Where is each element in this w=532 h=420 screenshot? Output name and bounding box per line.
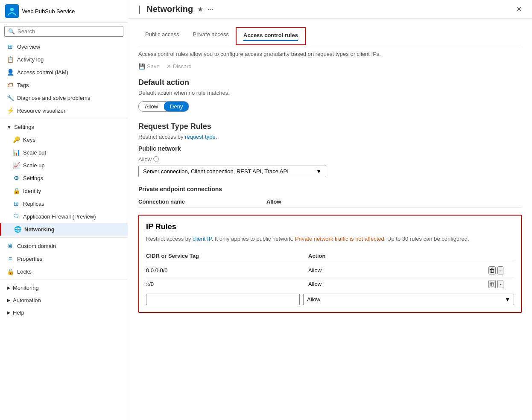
properties-icon: ≡ <box>7 255 14 262</box>
default-action-toggle: Allow Deny <box>138 101 189 112</box>
col-action-header: Action <box>308 253 488 259</box>
toggle-deny-button[interactable]: Deny <box>164 102 189 111</box>
tabs-container: Public access Private access Access cont… <box>138 27 522 45</box>
ip-table-header: CIDR or Service Tag Action <box>146 250 514 262</box>
sidebar-item-label: Diagnose and solve problems <box>17 95 90 101</box>
ip-row-actions: 🗑 ··· <box>488 280 514 288</box>
sidebar-item-label: Properties <box>17 256 42 262</box>
ip-action-select[interactable]: Allow ▼ <box>303 294 514 305</box>
default-action-title: Default action <box>138 78 522 87</box>
sidebar-item-resource-visualizer[interactable]: ⚡ Resource visualizer <box>0 104 128 117</box>
sidebar-nav: ⊞ Overview 📋 Activity log 👤 Access contr… <box>0 40 128 420</box>
settings-section-header[interactable]: ▼ Settings <box>0 121 128 133</box>
sidebar-item-scale-out[interactable]: 📊 Scale out <box>0 146 128 159</box>
sidebar-item-properties[interactable]: ≡ Properties <box>0 252 128 265</box>
sidebar-item-access-control[interactable]: 👤 Access control (IAM) <box>0 66 128 79</box>
search-input[interactable] <box>18 28 120 35</box>
sidebar-item-label: Resource visualizer <box>17 108 65 114</box>
service-logo <box>5 4 19 18</box>
more-row-button[interactable]: ··· <box>497 280 504 288</box>
col-allow-header: Allow <box>266 198 522 205</box>
pipe-separator: | <box>138 4 140 14</box>
sidebar-item-activity-log[interactable]: 📋 Activity log <box>0 53 128 66</box>
tab-public-access[interactable]: Public access <box>138 27 186 45</box>
client-ip-link[interactable]: client IP <box>193 236 212 242</box>
keys-icon: 🔑 <box>13 136 20 143</box>
diagnose-icon: 🔧 <box>7 94 14 101</box>
chevron-right-icon: ▶ <box>7 285 10 291</box>
close-icon[interactable]: ✕ <box>516 5 522 13</box>
settings-icon: ⚙ <box>13 175 20 181</box>
sidebar-item-help[interactable]: ▶ Help <box>0 306 128 319</box>
star-icon[interactable]: ★ <box>197 5 203 13</box>
sidebar-item-label: Custom domain <box>17 243 56 249</box>
sidebar-item-app-firewall[interactable]: 🛡 Application Firewall (Preview) <box>0 210 128 223</box>
sidebar-item-scale-up[interactable]: 📈 Scale up <box>0 159 128 172</box>
request-type-rules-desc: Restrict access by request type. <box>138 134 522 140</box>
ip-rules-section: IP Rules Restrict access by client IP. I… <box>138 215 522 313</box>
sidebar-item-custom-domain[interactable]: 🖥 Custom domain <box>0 239 128 252</box>
sidebar-item-tags[interactable]: 🏷 Tags <box>0 79 128 91</box>
ip-action-value: Allow <box>308 267 488 274</box>
table-row: ::/0 Allow 🗑 ··· <box>146 277 514 291</box>
tab-access-control-rules[interactable]: Access control rules <box>236 27 306 45</box>
sidebar-item-automation[interactable]: ▶ Automation <box>0 294 128 306</box>
public-network-label: Public network <box>138 145 522 152</box>
save-icon: 💾 <box>138 63 145 70</box>
ip-cidr-input[interactable] <box>146 294 300 305</box>
request-type-dropdown[interactable]: Server connection, Client connection, RE… <box>138 166 326 177</box>
page-title: Networking <box>146 4 193 14</box>
sidebar-item-label: Keys <box>23 137 35 143</box>
chevron-right-icon3: ▶ <box>7 310 10 315</box>
discard-button[interactable]: ✕ Discard <box>167 63 192 70</box>
ip-action-default: Allow <box>307 296 320 303</box>
sidebar-item-networking[interactable]: 🌐 Networking <box>0 223 128 236</box>
service-title: Web PubSub Service <box>22 8 75 15</box>
col-connection-name: Connection name <box>138 198 266 205</box>
networking-icon: 🌐 <box>14 226 21 233</box>
private-network-link[interactable]: Private network traffic is not affected <box>295 236 384 242</box>
page-description: Access control rules allow you to config… <box>138 50 522 58</box>
col-cidr-header: CIDR or Service Tag <box>146 253 308 259</box>
sidebar-header: Web PubSub Service <box>0 0 128 23</box>
tab-private-access[interactable]: Private access <box>186 27 236 45</box>
sidebar-item-label: Locks <box>17 268 32 275</box>
locks-icon: 🔒 <box>7 268 14 275</box>
svg-point-2 <box>8 14 9 15</box>
search-icon: 🔍 <box>8 28 15 35</box>
sidebar-item-label: Settings <box>23 175 43 181</box>
svg-point-1 <box>10 8 14 11</box>
save-button[interactable]: 💾 Save <box>138 63 160 70</box>
settings-section-label: Settings <box>14 124 34 130</box>
dropdown-value: Server connection, Client connection, RE… <box>143 168 289 175</box>
ip-rules-description: Restrict access by client IP. It only ap… <box>146 235 514 243</box>
info-icon: ⓘ <box>153 155 159 163</box>
more-row-button[interactable]: ··· <box>497 266 504 274</box>
divider2 <box>0 237 128 238</box>
sidebar-item-locks[interactable]: 🔒 Locks <box>0 265 128 278</box>
sidebar-item-replicas[interactable]: ⊞ Replicas <box>0 197 128 210</box>
sidebar-item-keys[interactable]: 🔑 Keys <box>0 133 128 146</box>
main-header: | Networking ★ ··· ✕ <box>128 0 532 19</box>
sidebar-item-settings[interactable]: ⚙ Settings <box>0 172 128 184</box>
sidebar-item-identity[interactable]: 🔒 Identity <box>0 184 128 197</box>
sidebar-item-monitoring[interactable]: ▶ Monitoring <box>0 282 128 294</box>
private-endpoint-table-header: Connection name Allow <box>138 196 522 208</box>
toggle-allow-button[interactable]: Allow <box>139 102 164 111</box>
identity-icon: 🔒 <box>13 187 20 194</box>
search-container[interactable]: 🔍 <box>4 26 123 37</box>
chevron-down-icon: ▼ <box>316 168 322 175</box>
allow-label: Allow ⓘ <box>138 155 522 163</box>
request-type-rules-title: Request Type Rules <box>138 122 522 131</box>
ip-cidr-value: 0.0.0.0/0 <box>146 267 308 274</box>
sidebar-item-diagnose[interactable]: 🔧 Diagnose and solve problems <box>0 91 128 104</box>
sidebar-item-label: Networking <box>24 226 55 233</box>
private-endpoint-label: Private endpoint connections <box>138 186 522 192</box>
delete-row-button[interactable]: 🗑 <box>488 280 496 288</box>
scale-up-icon: 📈 <box>13 162 20 169</box>
delete-row-button[interactable]: 🗑 <box>488 266 496 274</box>
more-options-icon[interactable]: ··· <box>208 6 213 13</box>
chevron-right-icon2: ▶ <box>7 298 10 303</box>
ip-action-value: Allow <box>308 281 488 287</box>
sidebar-item-overview[interactable]: ⊞ Overview <box>0 40 128 53</box>
